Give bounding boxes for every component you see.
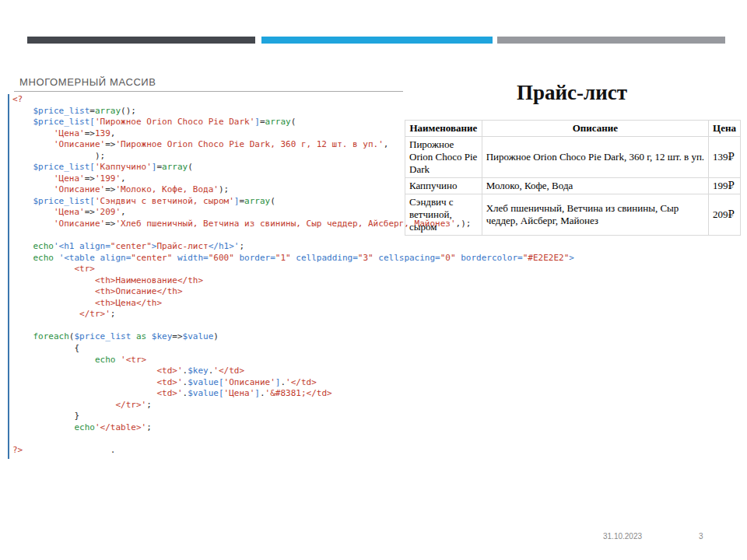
top-bar-blue <box>261 37 493 44</box>
code-line: echo '<tr> <box>12 355 574 366</box>
code-line <box>12 320 574 332</box>
code-line: echo'</table>'; <box>12 422 574 434</box>
top-bar-dark <box>27 37 255 44</box>
slide: МНОГОМЕРНЫЙ МАССИВ <? $price_list=array(… <box>0 0 747 560</box>
rendered-output-panel: Прайс-лист НаименованиеОписаниеЦена Пиро… <box>403 78 741 236</box>
table-cell: Каппучино <box>405 178 482 194</box>
slide-title: МНОГОМЕРНЫЙ МАССИВ <box>19 76 156 88</box>
code-line: <td>'.$value['Цена'].'&#8381;</td> <box>12 388 574 400</box>
code-line: ?> . <box>12 445 574 457</box>
table-cell: Сэндвич с ветчиной, сыром <box>405 194 482 236</box>
code-block-accent-line <box>8 94 9 459</box>
table-cell: 199₽ <box>709 178 741 194</box>
output-heading: Прайс-лист <box>403 78 741 105</box>
code-line: <th>Наименование</th> <box>12 275 574 287</box>
price-table: НаименованиеОписаниеЦена Пирожное Orion … <box>405 120 741 236</box>
title-underline <box>14 91 403 92</box>
code-line <box>12 433 574 445</box>
table-row: Пирожное Orion Choco Pie DarkПирожное Or… <box>405 137 741 178</box>
code-line: <th>Описание</th> <box>12 286 574 298</box>
table-cell: Хлеб пшеничный, Ветчина из свинины, Сыр … <box>482 194 708 236</box>
table-row: КаппучиноМолоко, Кофе, Вода199₽ <box>405 178 741 194</box>
code-line: </tr>'; <box>12 400 574 411</box>
code-line: <tr> <box>12 264 574 275</box>
code-line: <th>Цена</th> <box>12 298 574 310</box>
top-bar-gray <box>497 37 725 44</box>
code-line: echo '<table align="center" width="600" … <box>12 253 574 264</box>
table-cell: 139₽ <box>709 137 741 178</box>
code-line: </tr>'; <box>12 309 574 320</box>
footer-date: 31.10.2023 <box>603 532 642 541</box>
table-header-cell: Описание <box>482 121 708 137</box>
price-table-head: НаименованиеОписаниеЦена <box>405 121 741 137</box>
table-header-row: НаименованиеОписаниеЦена <box>405 121 741 137</box>
table-cell: 209₽ <box>709 194 741 236</box>
table-cell: Пирожное Orion Choco Pie Dark, 360 г, 12… <box>482 137 708 178</box>
table-header-cell: Цена <box>709 121 741 137</box>
table-cell: Молоко, Кофе, Вода <box>482 178 708 194</box>
code-line: echo'<h1 align="center">Прайс-лист</h1>'… <box>12 241 574 253</box>
footer-page-number: 3 <box>699 532 703 541</box>
table-row: Сэндвич с ветчиной, сыромХлеб пшеничный,… <box>405 194 741 236</box>
code-line: { <box>12 343 574 355</box>
code-line: foreach($price_list as $key=>$value) <box>12 331 574 343</box>
code-line: <td>'.$value['Описание'].'</td> <box>12 377 574 389</box>
code-line: <td>'.$key.'</td> <box>12 366 574 377</box>
table-cell: Пирожное Orion Choco Pie Dark <box>405 137 482 178</box>
code-line: } <box>12 411 574 422</box>
table-header-cell: Наименование <box>405 121 482 137</box>
price-table-body: Пирожное Orion Choco Pie DarkПирожное Or… <box>405 137 741 236</box>
